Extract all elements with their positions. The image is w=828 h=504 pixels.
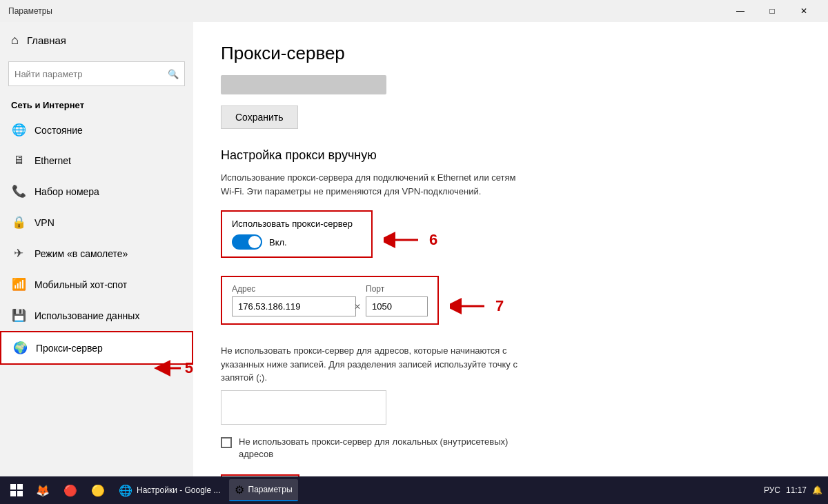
home-icon: ⌂ <box>11 33 19 48</box>
sidebar-item-airplane[interactable]: ✈ Режим «в самолете» <box>0 238 193 269</box>
use-proxy-label: Использовать прокси-сервер <box>232 219 362 229</box>
search-icon: 🔍 <box>168 69 179 79</box>
dialup-icon: 📞 <box>11 184 26 199</box>
main-window: ⌂ Главная 🔍 Сеть и Интернет 🌐 Состояние … <box>0 22 828 476</box>
svg-rect-7 <box>17 491 23 496</box>
taskbar-time: 11:17 <box>786 485 807 495</box>
content-area: Прокси-сервер Сохранить Настройка прокси… <box>193 22 828 476</box>
sidebar-item-vpn[interactable]: 🔒 VPN <box>0 207 193 238</box>
proxy-toggle-switch[interactable] <box>232 234 262 250</box>
taskbar-app-chrome-label: Настройки - Google ... <box>137 485 221 495</box>
port-group: Порт <box>366 284 428 316</box>
addr-port-box: Адрес ✕ Порт <box>221 276 439 325</box>
datausage-icon: 💾 <box>11 308 26 323</box>
sidebar-section-label: Сеть и Интернет <box>0 94 193 114</box>
address-label: Адрес <box>232 284 356 294</box>
windows-icon <box>10 484 23 496</box>
sidebar-item-label-proxy: Прокси-сервер <box>36 343 103 354</box>
search-box[interactable]: 🔍 <box>8 61 185 86</box>
taskbar-app-opera[interactable]: 🔴 <box>58 479 83 501</box>
taskbar-app-settings[interactable]: ⚙ Параметры <box>229 479 298 501</box>
arrow-7 <box>450 296 491 316</box>
port-input[interactable] <box>372 301 422 312</box>
hotspot-icon: 📶 <box>11 277 26 292</box>
svg-rect-4 <box>10 484 16 490</box>
taskbar-right: РУС 11:17 🔔 <box>764 485 822 495</box>
toggle-on-label: Вкл. <box>269 237 287 248</box>
taskbar-app-settings-label: Параметры <box>248 485 293 494</box>
local-checkbox-row: Не использовать прокси-сервер для локаль… <box>221 436 511 461</box>
port-label: Порт <box>366 284 428 294</box>
port-input-wrapper <box>366 296 428 316</box>
svg-rect-5 <box>17 484 23 490</box>
sidebar-item-label-hotspot: Мобильный хот-спот <box>34 279 127 290</box>
sidebar-item-label-status: Состояние <box>34 125 83 136</box>
proxy-icon: 🌍 <box>12 341 28 355</box>
exclusion-desc: Не использовать прокси-сервер для адресо… <box>221 344 518 385</box>
page-title: Прокси-сервер <box>221 43 800 64</box>
sidebar-item-datausage[interactable]: 💾 Использование данных <box>0 300 193 331</box>
close-button[interactable]: ✕ <box>788 0 820 22</box>
sidebar: ⌂ Главная 🔍 Сеть и Интернет 🌐 Состояние … <box>0 22 193 476</box>
arrow-6 <box>384 230 425 250</box>
titlebar-title: Параметры <box>8 6 52 16</box>
sidebar-home-button[interactable]: ⌂ Главная <box>0 22 193 59</box>
taskbar-app-chrome[interactable]: 🌐 Настройки - Google ... <box>113 479 226 501</box>
annotation-6-container: 6 <box>384 230 437 250</box>
taskbar-app-yandex[interactable]: 🟡 <box>86 479 110 501</box>
sidebar-item-ethernet[interactable]: 🖥 Ethernet <box>0 145 193 176</box>
sidebar-home-label: Главная <box>27 34 66 46</box>
use-proxy-toggle-box: Использовать прокси-сервер Вкл. <box>221 210 373 258</box>
exclusion-textarea[interactable] <box>221 390 386 425</box>
toggle-row: Вкл. <box>232 234 362 250</box>
airplane-icon: ✈ <box>11 246 26 261</box>
sidebar-item-proxy[interactable]: 🌍 Прокси-сервер <box>0 331 193 365</box>
local-checkbox-label: Не использовать прокси-сервер для локаль… <box>239 436 511 461</box>
vpn-icon: 🔒 <box>11 215 26 230</box>
manual-section-desc: Использование прокси-сервера для подключ… <box>221 171 524 198</box>
titlebar-controls: — □ ✕ <box>724 0 820 22</box>
titlebar: Параметры — □ ✕ <box>0 0 828 22</box>
annotation-7-label: 7 <box>495 297 504 315</box>
address-group: Адрес ✕ <box>232 284 356 316</box>
notification-icon[interactable]: 🔔 <box>812 485 822 495</box>
manual-section-title: Настройка прокси вручную <box>221 148 800 163</box>
addr-port-container: Адрес ✕ Порт <box>221 276 800 336</box>
start-button[interactable] <box>6 479 28 501</box>
sidebar-item-label-ethernet: Ethernet <box>34 155 71 166</box>
annotation-6-label: 6 <box>429 231 437 249</box>
maximize-button[interactable]: □ <box>756 0 788 22</box>
address-input-wrapper: ✕ <box>232 296 356 316</box>
taskbar: 🦊 🔴 🟡 🌐 Настройки - Google ... ⚙ Парамет… <box>0 476 828 504</box>
status-icon: 🌐 <box>11 123 26 137</box>
clear-address-icon[interactable]: ✕ <box>354 302 361 312</box>
toggle-row-container: Использовать прокси-сервер Вкл. <box>221 210 800 269</box>
ethernet-icon: 🖥 <box>11 154 26 168</box>
address-input[interactable] <box>238 301 354 312</box>
sidebar-item-dialup[interactable]: 📞 Набор номера <box>0 176 193 207</box>
minimize-button[interactable]: — <box>724 0 756 22</box>
content-wrapper: Прокси-сервер Сохранить Настройка прокси… <box>193 22 828 476</box>
sidebar-item-status[interactable]: 🌐 Состояние <box>0 114 193 145</box>
taskbar-lang: РУС <box>764 485 780 495</box>
sidebar-item-hotspot[interactable]: 📶 Мобильный хот-спот <box>0 269 193 300</box>
sidebar-item-label-datausage: Использование данных <box>34 310 139 321</box>
sidebar-item-label-dialup: Набор номера <box>34 186 99 197</box>
local-checkbox[interactable] <box>221 437 232 448</box>
sidebar-item-label-airplane: Режим «в самолете» <box>34 248 128 259</box>
taskbar-app-ie[interactable]: 🦊 <box>30 479 55 501</box>
sidebar-item-label-vpn: VPN <box>34 217 55 228</box>
svg-rect-6 <box>10 491 16 496</box>
save-button-top[interactable]: Сохранить <box>221 105 298 129</box>
top-placeholder-bar <box>221 75 386 94</box>
annotation-7-container: 7 <box>450 296 504 316</box>
search-input[interactable] <box>14 69 168 79</box>
